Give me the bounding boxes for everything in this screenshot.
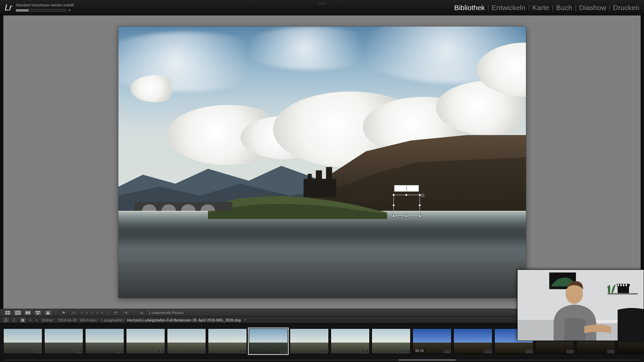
filmstrip-thumb[interactable]: • • •00:19 xyxy=(413,328,451,354)
resize-handle[interactable] xyxy=(419,204,421,206)
crumb-count: 169 Fotos / xyxy=(79,318,98,322)
module-buch[interactable]: Buch xyxy=(556,4,572,12)
face-delete-button[interactable]: ○ xyxy=(421,194,424,197)
resize-handle[interactable] xyxy=(419,194,421,196)
filmstrip-thumb[interactable]: • • • xyxy=(453,328,492,354)
filmstrip-thumb[interactable]: • • • xyxy=(3,328,42,354)
svg-rect-15 xyxy=(47,313,49,314)
grid-view-button[interactable] xyxy=(4,310,11,315)
face-region[interactable]: ○ xyxy=(393,195,420,217)
loupe-view-button[interactable] xyxy=(14,310,21,315)
svg-rect-4 xyxy=(6,311,7,312)
filmstrip-thumb[interactable]: • • • xyxy=(372,328,411,354)
resize-handle[interactable] xyxy=(392,204,395,206)
svg-rect-19 xyxy=(608,293,638,295)
svg-rect-23 xyxy=(620,284,622,286)
app-logo: Lr xyxy=(5,2,12,13)
rotate-cw-button[interactable]: ↷ xyxy=(122,310,130,315)
second-window-button[interactable]: 2 xyxy=(11,318,17,322)
flag-reject-button[interactable]: ⚐ xyxy=(70,310,77,315)
rotate-ccw-button[interactable]: ↶ xyxy=(112,310,120,315)
svg-rect-8 xyxy=(16,311,19,314)
resize-handle[interactable] xyxy=(419,215,421,217)
progress-cancel-button[interactable]: × xyxy=(68,8,70,13)
filmstrip-thumb[interactable]: • • • xyxy=(290,328,329,354)
progress-bar xyxy=(16,9,66,12)
resize-handle[interactable] xyxy=(405,215,408,217)
module-drucken[interactable]: Drucken xyxy=(613,4,639,12)
svg-rect-20 xyxy=(618,286,629,293)
filmstrip-thumb[interactable]: • • • xyxy=(126,328,165,354)
crumb-folder[interactable]: 2018-04-28 xyxy=(58,318,76,322)
main-photo[interactable]: ○ xyxy=(118,26,526,298)
resize-handle[interactable] xyxy=(392,215,395,217)
rating-stars[interactable]: ★ ★ ★ ★ ★ xyxy=(80,311,104,315)
module-entwickeln[interactable]: Entwickeln xyxy=(492,4,525,12)
svg-rect-12 xyxy=(38,311,40,312)
svg-rect-7 xyxy=(8,313,10,314)
resize-handle[interactable] xyxy=(405,194,408,196)
filmstrip-thumb[interactable]: • • • xyxy=(331,328,370,354)
crumb-menu-button[interactable]: ▾ xyxy=(243,318,247,322)
nav-back-button[interactable]: ◂ xyxy=(28,318,32,322)
module-karte[interactable]: Karte xyxy=(532,4,549,12)
top-bar: Lr Standard-Vorschauen werden erstellt ×… xyxy=(0,0,644,15)
webcam-overlay xyxy=(517,269,644,341)
filmstrip-thumb[interactable]: • • • xyxy=(167,328,206,354)
svg-rect-6 xyxy=(6,313,7,314)
nav-fwd-button[interactable]: ▸ xyxy=(35,318,39,322)
crumb-filename: Hochzeit-Ludwigshafen-Full-Benkesser-28.… xyxy=(127,318,241,322)
window-handle-bottom xyxy=(317,360,327,362)
preview-progress: Standard-Vorschauen werden erstellt × xyxy=(16,3,74,13)
module-switcher: Bibliothek | Entwickeln | Karte | Buch |… xyxy=(454,4,639,12)
svg-rect-9 xyxy=(26,311,28,314)
crumb-prefix: Ordner : xyxy=(42,318,55,322)
filmstrip-thumb[interactable]: • • • xyxy=(249,328,288,354)
filmstrip-thumb[interactable]: • • • xyxy=(208,328,247,354)
compare-view-button[interactable] xyxy=(24,310,32,315)
unnamed-person-label: 1 unbenannte Person xyxy=(148,311,183,315)
main-window-button[interactable]: 1 xyxy=(3,318,9,322)
face-name-input[interactable] xyxy=(394,185,419,192)
draw-face-button[interactable]: ▭ xyxy=(138,310,146,315)
grid-toggle-button[interactable]: ▦ xyxy=(19,318,25,322)
svg-rect-11 xyxy=(36,311,38,312)
svg-rect-24 xyxy=(623,284,624,286)
svg-rect-22 xyxy=(618,284,619,286)
module-diashow[interactable]: Diashow xyxy=(579,4,606,12)
svg-rect-25 xyxy=(626,284,627,286)
svg-rect-13 xyxy=(37,313,39,314)
crumb-selected: 1 ausgewählt / xyxy=(101,318,124,322)
filmstrip-thumb[interactable]: • • • xyxy=(85,328,124,354)
survey-view-button[interactable] xyxy=(34,310,42,315)
loupe-view[interactable]: ○ xyxy=(0,15,644,309)
svg-rect-10 xyxy=(28,311,30,314)
people-view-button[interactable] xyxy=(44,310,52,315)
module-bibliothek[interactable]: Bibliothek xyxy=(454,4,485,12)
progress-label: Standard-Vorschauen werden erstellt xyxy=(16,3,74,7)
filmstrip-thumb[interactable]: • • • xyxy=(44,328,83,354)
resize-handle[interactable] xyxy=(392,194,395,196)
flag-pick-button[interactable]: ⚑ xyxy=(60,310,67,315)
svg-point-14 xyxy=(47,311,49,313)
svg-rect-5 xyxy=(8,311,10,312)
